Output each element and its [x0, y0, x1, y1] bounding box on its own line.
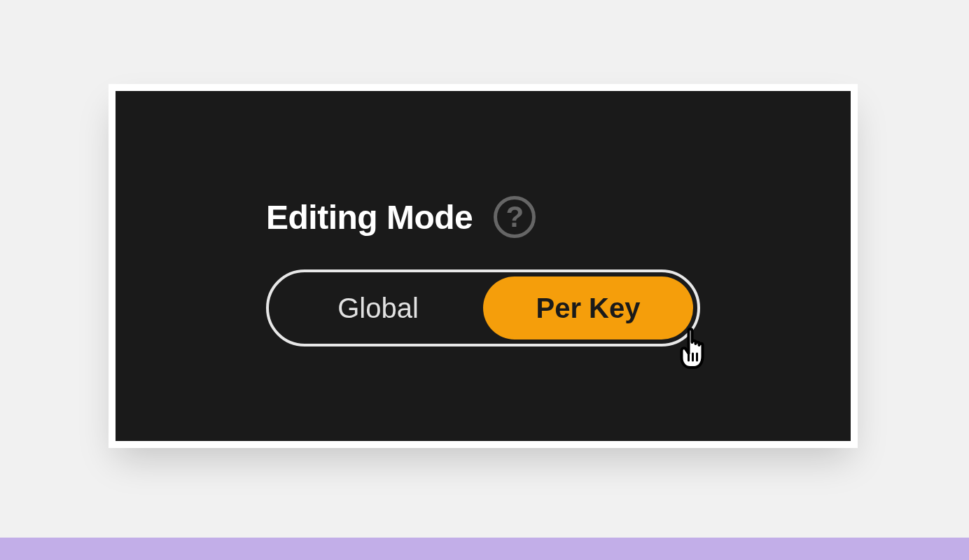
- toggle-option-global[interactable]: Global: [273, 276, 483, 340]
- help-icon[interactable]: ?: [494, 196, 536, 238]
- dark-panel: Editing Mode ? Global Per Key: [116, 91, 851, 441]
- toggle-label: Global: [337, 293, 419, 324]
- question-mark-icon: ?: [506, 200, 524, 234]
- editing-mode-section: Editing Mode ? Global Per Key: [266, 196, 714, 346]
- toggle-option-per-key[interactable]: Per Key: [483, 276, 693, 340]
- section-title: Editing Mode: [266, 198, 473, 237]
- section-header: Editing Mode ?: [266, 196, 714, 238]
- footer-accent-bar: [0, 538, 969, 560]
- card-frame: Editing Mode ? Global Per Key: [109, 84, 858, 448]
- editing-mode-toggle: Global Per Key: [266, 270, 700, 346]
- toggle-label: Per Key: [536, 293, 641, 324]
